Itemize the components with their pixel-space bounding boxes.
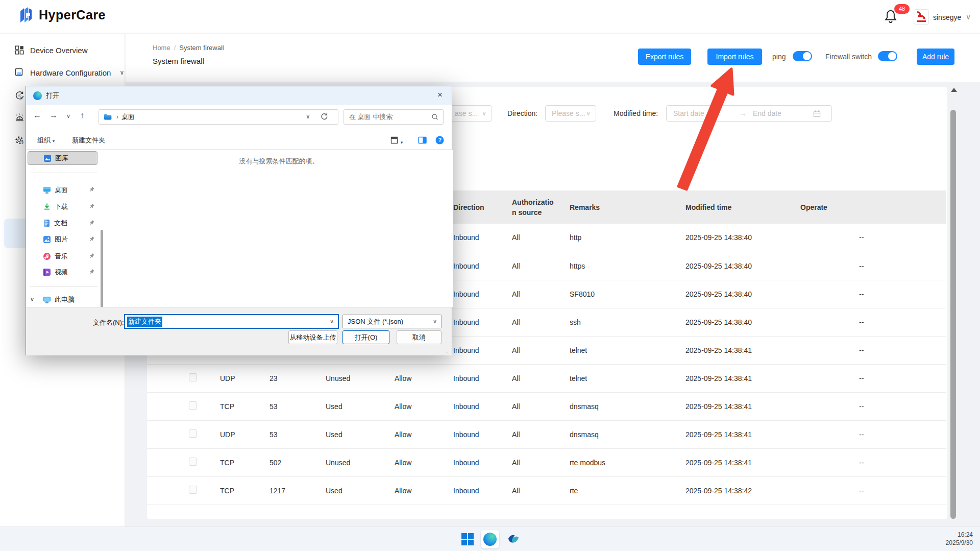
header-operate: Operate <box>794 190 946 224</box>
breadcrumb-home[interactable]: Home <box>153 44 170 52</box>
cell-action: Allow <box>388 448 447 476</box>
address-path[interactable]: 桌面 <box>121 112 135 122</box>
pin-icon <box>89 220 94 226</box>
cell-direction: Inbound <box>447 448 505 476</box>
sidebar-item-label: 文档 <box>54 219 67 228</box>
notification-badge: 48 <box>894 4 910 14</box>
cell-modified-time: 2025-09-25 14:38:41 <box>679 420 794 448</box>
cell-direction: Inbound <box>447 224 505 252</box>
cell-checkbox <box>147 392 213 420</box>
sidebar-item-music[interactable]: 音乐 <box>28 249 97 263</box>
sidebar-item-desktop[interactable]: 桌面 <box>28 183 97 197</box>
page-scrollbar-thumb[interactable] <box>950 110 956 519</box>
row-checkbox[interactable] <box>189 401 197 410</box>
filename-input[interactable]: 新建文件夹 ∨ <box>125 315 338 328</box>
view-mode-icon[interactable]: ▾ <box>390 136 403 146</box>
organize-button[interactable]: 组织 ▾ <box>37 136 55 145</box>
taskbar-clock[interactable]: 16:24 2025/9/30 <box>946 531 973 547</box>
dialog-sidebar: 图库 桌面 下载 <box>26 150 105 307</box>
upload-from-mobile-button[interactable]: 从移动设备上传 <box>288 330 337 344</box>
sidebar-item-label: 图片 <box>55 235 68 244</box>
ping-toggle[interactable] <box>793 51 812 61</box>
user-chevron-down-icon[interactable]: ∨ <box>966 13 971 21</box>
search-placeholder: 在 桌面 中搜索 <box>349 112 393 122</box>
header-direction: Direction <box>447 190 505 224</box>
scrollbar-up-arrow[interactable] <box>951 88 957 92</box>
end-date-placeholder: End date <box>753 109 813 117</box>
resize-grip-icon[interactable]: .: . <box>445 348 450 353</box>
back-icon[interactable]: ← <box>33 111 41 120</box>
sidebar-item-downloads[interactable]: 下载 <box>28 200 97 213</box>
header-authorization-source: Authorization source <box>505 190 563 224</box>
cell-remarks: rte modbus <box>563 448 679 476</box>
cell-port: 1217 <box>263 476 319 505</box>
open-button[interactable]: 打开(O) <box>342 330 389 344</box>
direction-filter-select[interactable]: Please s... ∨ <box>545 105 596 122</box>
forward-icon[interactable]: → <box>50 111 58 120</box>
cell-operate: -- <box>794 420 946 448</box>
search-input[interactable]: 在 桌面 中搜索 <box>344 109 444 125</box>
sidebar-item-hardware-configuration[interactable]: Hardware Configuration ∨ <box>0 63 125 82</box>
ping-label: ping <box>772 53 786 61</box>
row-checkbox[interactable] <box>189 429 197 438</box>
up-icon[interactable]: ↑ <box>80 111 84 120</box>
chevron-down-icon: ∨ <box>586 110 591 117</box>
add-rule-button[interactable]: Add rule <box>917 49 954 65</box>
address-dropdown-chevron-icon[interactable]: ∨ <box>306 113 310 120</box>
row-checkbox[interactable] <box>189 486 197 494</box>
cell-authorization-source: All <box>505 252 563 280</box>
table-row: TCP 53 Used Allow Inbound All dnsmasq 20… <box>147 392 946 420</box>
firewall-switch-label: Firewall switch <box>825 53 872 61</box>
filename-value: 新建文件夹 <box>127 317 162 327</box>
cell-port: 53 <box>263 420 319 448</box>
sidebar-item-device-overview[interactable]: Device Overview <box>0 41 125 59</box>
sidebar-divider <box>30 173 97 173</box>
avatar[interactable] <box>914 9 929 25</box>
refresh-icon[interactable] <box>320 112 328 122</box>
row-checkbox[interactable] <box>189 373 197 381</box>
preview-pane-icon[interactable] <box>418 136 427 146</box>
cell-operate: -- <box>794 448 946 476</box>
cell-modified-time: 2025-09-25 14:38:40 <box>679 308 794 336</box>
partial-filter-text: ase s... <box>455 109 478 117</box>
table-row: UDP 23 Unused Allow Inbound All telnet 2… <box>147 364 946 392</box>
cell-checkbox <box>147 476 213 505</box>
sidebar-item-label: 图库 <box>55 154 68 163</box>
firewall-switch-toggle[interactable] <box>878 51 897 61</box>
sidebar-item-documents[interactable]: 文档 <box>28 216 97 230</box>
filetype-select[interactable]: JSON 文件 (*.json) ∨ <box>342 315 442 328</box>
dialog-sidebar-scrollbar[interactable] <box>101 230 103 312</box>
cell-operate: -- <box>794 364 946 392</box>
brand: HyperCare <box>17 6 106 23</box>
new-folder-button[interactable]: 新建文件夹 <box>72 136 105 145</box>
breadcrumb: Home/System firewall <box>153 44 224 52</box>
windows-start-icon[interactable] <box>458 530 477 548</box>
sidebar-item-videos[interactable]: 视频 <box>28 265 97 279</box>
cell-authorization-source: All <box>505 476 563 505</box>
sidebar-item-label: 下载 <box>55 202 68 211</box>
row-checkbox[interactable] <box>189 458 197 466</box>
close-icon[interactable]: × <box>432 88 448 102</box>
help-icon[interactable]: ? <box>435 136 444 146</box>
edge-taskbar-icon[interactable] <box>481 530 499 548</box>
chevron-down-icon: ∨ <box>330 318 334 325</box>
recent-locations-chevron-icon[interactable]: ∨ <box>66 113 70 119</box>
sidebar-item-label: Hardware Configuration <box>30 68 111 77</box>
cell-remarks: telnet <box>563 336 679 364</box>
clock-time: 16:24 <box>946 531 973 539</box>
app-taskbar-icon[interactable] <box>504 530 523 548</box>
cell-protocol: UDP <box>213 420 263 448</box>
dialog-titlebar[interactable]: 打开 <box>26 86 452 105</box>
folder-icon <box>104 113 112 121</box>
sidebar-item-gallery[interactable]: 图库 <box>28 151 97 165</box>
sidebar-item-this-pc[interactable]: 此电脑 <box>28 293 97 306</box>
downloads-icon <box>43 203 51 210</box>
cancel-button[interactable]: 取消 <box>397 330 442 344</box>
address-bar[interactable]: › 桌面 <box>99 109 338 125</box>
sidebar-item-pictures[interactable]: 图片 <box>28 232 97 246</box>
cell-remarks: dnsmasq <box>563 420 679 448</box>
sidebar-item-label: 音乐 <box>55 252 68 261</box>
cell-operate: -- <box>794 308 946 336</box>
cell-remarks: telnet <box>563 364 679 392</box>
cell-checkbox <box>147 364 213 392</box>
